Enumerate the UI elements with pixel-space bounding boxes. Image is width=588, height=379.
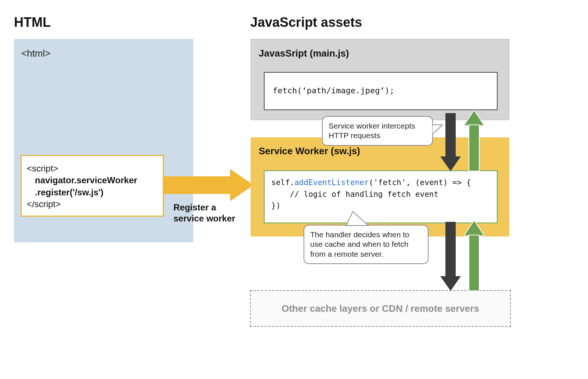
svg-rect-5 <box>445 222 456 276</box>
callout-intercept-tail-icon <box>432 123 443 136</box>
svg-marker-7 <box>464 220 484 236</box>
sw-code-line1-func: addEventListener <box>294 178 369 187</box>
heading-html: HTML <box>14 15 51 30</box>
callout-handler-text: The handler decides when to use cache an… <box>310 230 409 258</box>
sw-code-line2: // logic of handling fetch event <box>271 190 438 199</box>
register-arrow-icon <box>164 167 259 203</box>
remote-servers-box: Other cache layers or CDN / remote serve… <box>250 290 511 327</box>
arrow-up-green-bottom-icon <box>464 220 484 292</box>
svg-rect-8 <box>469 235 479 291</box>
script-code-box: <script> navigator.serviceWorker .regist… <box>21 155 164 217</box>
service-worker-title: Service Worker (sw.js) <box>259 145 360 157</box>
fetch-code-box: fetch(‘path/image.jpeg’); <box>264 72 498 110</box>
svg-marker-2 <box>440 156 461 171</box>
sw-code-line3: }) <box>271 201 280 210</box>
svg-marker-9 <box>432 125 442 134</box>
arrow-down-dark-bottom-icon <box>440 222 461 292</box>
heading-js-assets: JavaScript assets <box>250 15 362 30</box>
sw-code-line1-pre: self. <box>271 178 294 187</box>
svg-rect-4 <box>469 125 479 171</box>
svg-marker-6 <box>440 276 461 291</box>
script-line2: .register('/sw.js') <box>35 187 104 197</box>
html-tag-label: <html> <box>21 48 51 59</box>
svg-rect-1 <box>445 113 456 156</box>
callout-intercept: Service worker intercepts HTTP requests <box>322 116 433 146</box>
service-worker-code-box: self.addEventListener('fetch', (event) =… <box>264 170 498 223</box>
script-line1: navigator.serviceWorker <box>35 175 137 185</box>
sw-code-line1-post: ('fetch', (event) => { <box>369 178 471 187</box>
script-close: </script> <box>27 199 61 209</box>
svg-marker-3 <box>464 110 484 126</box>
svg-marker-10 <box>346 212 368 225</box>
remote-servers-label: Other cache layers or CDN / remote serve… <box>282 303 479 314</box>
callout-handler: The handler decides when to use cache an… <box>304 225 429 264</box>
svg-marker-0 <box>164 169 254 201</box>
js-main-title: JavasSript (main.js) <box>259 48 349 59</box>
register-label: Register a service worker <box>173 202 247 224</box>
script-open: <script> <box>27 163 58 173</box>
arrow-up-green-top-icon <box>464 110 484 172</box>
callout-intercept-text: Service worker intercepts HTTP requests <box>329 122 415 140</box>
callout-handler-tail-icon <box>344 211 370 226</box>
arrow-down-dark-top-icon <box>440 113 461 172</box>
